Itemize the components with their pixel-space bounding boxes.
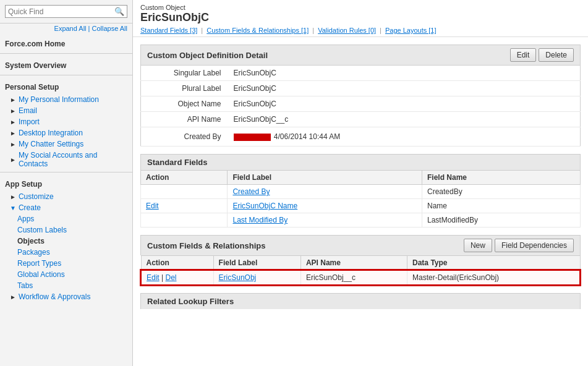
custom-fields-section-header: Custom Fields & Relationships New Field … — [140, 235, 581, 255]
row-action — [141, 185, 228, 199]
sidebar-search-area: 🔍 — [0, 0, 132, 23]
sidebar-item-global-actions[interactable]: Global Actions — [0, 269, 132, 280]
search-button[interactable]: 🔍 — [114, 7, 124, 16]
nav-standard-fields[interactable]: Standard Fields [3] — [140, 27, 197, 34]
table-row: Last Modified By LastModifiedBy — [141, 213, 581, 228]
definition-detail-buttons: Edit Delete — [510, 48, 574, 62]
table-row: Created By CreatedBy — [141, 185, 581, 199]
sidebar-item-email[interactable]: ► Email — [0, 105, 132, 116]
main-content: Custom Object EricSunObjC Standard Field… — [133, 0, 588, 366]
content-area: Custom Object Definition Detail Edit Del… — [133, 45, 588, 309]
breadcrumb-custom-object: Custom Object — [140, 4, 581, 11]
collapse-all-link[interactable]: Collapse All — [92, 25, 127, 32]
table-row: Edit EricSunObjC Name Name — [141, 199, 581, 213]
col-field-name: Field Name — [422, 171, 581, 185]
sidebar-item-label: Workflow & Approvals — [19, 292, 91, 301]
sidebar-item-desktop[interactable]: ► Desktop Integration — [0, 127, 132, 138]
del-link[interactable]: Del — [165, 273, 176, 282]
sidebar-item-social[interactable]: ► My Social Accounts and Contacts — [0, 150, 132, 169]
field-value: EricSunObjC__c — [228, 112, 581, 127]
arrow-icon: ► — [10, 294, 16, 300]
col-field-label: Field Label — [228, 171, 422, 185]
sidebar-section-system[interactable]: System Overview — [0, 56, 132, 72]
nav-page-layouts[interactable]: Page Layouts [1] — [385, 27, 437, 34]
nav-sep-1: | — [201, 27, 203, 34]
sidebar-item-tabs[interactable]: Tabs — [0, 280, 132, 291]
sidebar-item-chatter[interactable]: ► My Chatter Settings — [0, 138, 132, 150]
edit-link[interactable]: Edit — [146, 202, 159, 210]
table-row: Plural Label EricSunObjC — [141, 81, 581, 96]
row-field-label: Created By — [228, 185, 422, 199]
expand-all-link[interactable]: Expand All — [54, 25, 87, 32]
field-label: Singular Label — [141, 66, 228, 81]
edit-link[interactable]: Edit — [147, 273, 160, 282]
table-row: Singular Label EricSunObjC — [141, 66, 581, 81]
standard-fields-title: Standard Fields — [147, 158, 208, 167]
row-field-name: LastModifiedBy — [422, 213, 581, 228]
nav-sep-3: | — [380, 27, 381, 34]
row-action: Edit — [141, 199, 228, 213]
table-row: API Name EricSunObjC__c — [141, 112, 581, 127]
field-label: Plural Label — [141, 81, 228, 96]
col-action: Action — [141, 256, 213, 271]
sidebar-item-my-personal-info[interactable]: ► My Personal Information — [0, 94, 132, 105]
sidebar-item-label: Import — [19, 117, 40, 126]
edit-button[interactable]: Edit — [510, 48, 537, 62]
sidebar-section-personal[interactable]: Personal Setup — [0, 78, 132, 94]
divider-1 — [0, 53, 132, 54]
created-by-value: 4/06/2014 10:44 AM — [228, 127, 581, 147]
arrow-icon: ► — [10, 96, 16, 103]
sidebar-item-label: Desktop Integration — [19, 129, 83, 137]
page-title: EricSunObjC — [140, 11, 581, 24]
nav-validation-rules[interactable]: Validation Rules [0] — [318, 27, 376, 34]
sidebar-section-appsetup[interactable]: App Setup — [0, 175, 132, 191]
arrow-icon: ► — [10, 194, 16, 200]
sidebar-item-packages[interactable]: Packages — [0, 247, 132, 258]
row-field-label: EricSunObj — [213, 270, 300, 285]
table-row: Object Name EricSunObjC — [141, 96, 581, 112]
row-field-label: EricSunObjC Name — [228, 199, 422, 213]
nav-sep-2: | — [312, 27, 314, 34]
sidebar-item-custom-labels[interactable]: Custom Labels — [0, 224, 132, 236]
search-box[interactable]: 🔍 — [5, 5, 127, 18]
definition-detail-section-header: Custom Object Definition Detail Edit Del… — [140, 45, 581, 65]
row-actions: Edit | Del — [141, 270, 213, 285]
field-label-link[interactable]: EricSunObj — [219, 273, 257, 282]
divider-3 — [0, 172, 132, 172]
row-action — [141, 213, 228, 228]
sidebar-item-label: Create — [19, 203, 41, 212]
definition-detail-title: Custom Object Definition Detail — [147, 51, 268, 60]
custom-fields-table: Action Field Label API Name Data Type Ed… — [140, 255, 581, 286]
delete-button[interactable]: Delete — [539, 48, 574, 62]
new-button[interactable]: New — [464, 239, 492, 252]
custom-field-row: Edit | Del EricSunObj EricSunObj__c Mast… — [141, 270, 580, 285]
field-label-link[interactable]: Last Modified By — [232, 216, 288, 224]
created-by-label: Created By — [141, 127, 228, 147]
sidebar-item-create[interactable]: ▼ Create — [0, 202, 132, 213]
sidebar-item-apps[interactable]: Apps — [0, 213, 132, 224]
col-data-type: Data Type — [407, 256, 580, 271]
sidebar-item-report-types[interactable]: Report Types — [0, 258, 132, 269]
nav-custom-fields[interactable]: Custom Fields & Relationships [1] — [207, 27, 309, 34]
sidebar-item-customize[interactable]: ► Customize — [0, 191, 132, 202]
row-data-type: Master-Detail(EricSunObj) — [407, 270, 580, 285]
sidebar-item-workflow[interactable]: ► Workflow & Approvals — [0, 291, 132, 302]
field-value: EricSunObjC — [228, 96, 581, 112]
arrow-icon: ► — [10, 156, 16, 163]
field-value: EricSunObjC — [228, 81, 581, 96]
search-input[interactable] — [8, 7, 114, 16]
field-dependencies-button[interactable]: Field Dependencies — [495, 239, 574, 252]
field-label-link[interactable]: EricSunObjC Name — [232, 202, 297, 210]
sidebar-item-import[interactable]: ► Import — [0, 116, 132, 127]
field-label-link[interactable]: Created By — [232, 187, 270, 196]
arrow-icon: ► — [10, 119, 16, 126]
sidebar: 🔍 Expand All | Collapse All Force.com Ho… — [0, 0, 133, 366]
sidebar-section-forcecom[interactable]: Force.com Home — [0, 35, 132, 51]
sidebar-item-objects[interactable]: Objects — [0, 236, 132, 247]
col-action: Action — [141, 171, 228, 185]
created-by-date: 4/06/2014 10:44 AM — [274, 132, 340, 141]
arrow-icon: ► — [10, 130, 16, 137]
sidebar-item-label: My Social Accounts and Contacts — [19, 151, 127, 168]
arrow-icon: ► — [10, 108, 16, 114]
col-api-name: API Name — [300, 256, 407, 271]
